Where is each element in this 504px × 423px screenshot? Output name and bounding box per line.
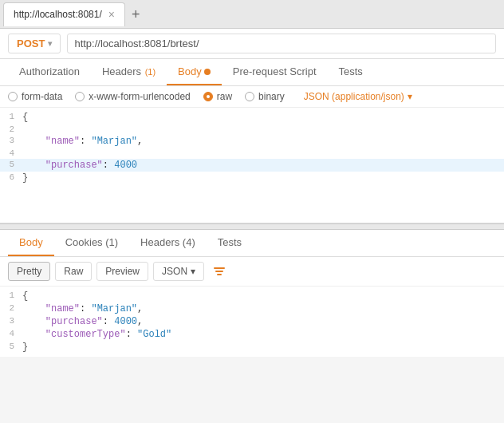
json-type-chevron-icon: ▾ [408,91,412,102]
request-tabs: Authorization Headers (1) Body Pre-reque… [0,59,504,86]
method-chevron-icon: ▾ [48,39,52,48]
tab-headers-label: Headers (1) [102,65,156,77]
browser-tab[interactable]: http://localhost:8081/ × [3,2,125,26]
resp-tab-tests-label: Tests [218,236,242,248]
url-input[interactable] [67,34,496,53]
filter-line-2 [215,271,223,272]
tab-pre-request-label: Pre-request Script [233,65,317,77]
radio-form-data [8,92,18,101]
filter-icon-graphic [214,267,225,275]
json-type-selector[interactable]: JSON (application/json) ▾ [304,91,412,102]
tab-body[interactable]: Body [167,59,222,85]
resp-tab-tests[interactable]: Tests [207,230,253,256]
code-line-5: 5 "purchase": 4000 [0,159,504,172]
response-format-label: JSON [162,266,187,277]
radio-raw [203,92,213,101]
radio-urlencoded [75,92,85,101]
tab-tests-label: Tests [339,65,363,77]
option-raw[interactable]: raw [203,91,232,102]
resp-tab-body-label: Body [19,236,43,248]
filter-line-1 [214,267,225,269]
code-line-3: 3 "name": "Marjan", [0,135,504,148]
option-binary[interactable]: binary [245,91,285,102]
resp-code-line-3: 3 "purchase": 4000, [0,315,504,328]
tab-headers[interactable]: Headers (1) [91,59,167,85]
tab-authorization-label: Authorization [19,65,80,77]
raw-button[interactable]: Raw [55,262,92,281]
method-button[interactable]: POST ▾ [8,34,61,53]
browser-tab-bar: http://localhost:8081/ × + [0,0,504,29]
code-line-1: 1 { [0,111,504,124]
body-options: form-data x-www-form-urlencoded raw bina… [0,86,504,108]
resp-tab-cookies-label: Cookies (1) [65,236,118,248]
resp-code-line-2: 2 "name": "Marjan", [0,302,504,315]
form-data-label: form-data [22,91,62,102]
request-code-editor[interactable]: 1 { 2 3 "name": "Marjan", 4 5 "purchase"… [0,108,504,223]
resp-tab-headers[interactable]: Headers (4) [129,230,207,256]
option-form-data[interactable]: form-data [8,91,62,102]
raw-label: raw [217,91,232,102]
tab-tests[interactable]: Tests [328,59,374,85]
code-line-6: 6 } [0,172,504,184]
response-toolbar: Pretty Raw Preview JSON ▾ [0,257,504,287]
pretty-button[interactable]: Pretty [8,262,50,281]
address-bar: POST ▾ [0,29,504,59]
section-divider [0,223,504,230]
resp-code-line-1: 1 { [0,290,504,302]
tab-body-label: Body [178,65,202,77]
body-active-dot [204,69,211,75]
code-line-2: 2 [0,124,504,135]
response-code-editor: 1 { 2 "name": "Marjan", 3 "purchase": 40… [0,287,504,357]
option-urlencoded[interactable]: x-www-form-urlencoded [75,91,190,102]
tab-close-icon[interactable]: × [108,8,115,21]
filter-line-3 [217,274,222,275]
resp-code-line-4: 4 "customerType": "Gold" [0,328,504,341]
response-format-chevron-icon: ▾ [191,266,195,277]
new-tab-button[interactable]: + [125,7,147,22]
preview-button[interactable]: Preview [96,262,148,281]
urlencoded-label: x-www-form-urlencoded [89,91,190,102]
response-tabs: Body Cookies (1) Headers (4) Tests [0,230,504,257]
resp-tab-body[interactable]: Body [8,230,54,256]
code-line-4: 4 [0,148,504,159]
method-label: POST [17,38,45,49]
tab-pre-request-script[interactable]: Pre-request Script [222,59,328,85]
tab-authorization[interactable]: Authorization [8,59,91,85]
resp-tab-headers-label: Headers (4) [140,236,195,248]
json-type-label: JSON (application/json) [304,91,404,102]
binary-label: binary [258,91,285,102]
resp-tab-cookies[interactable]: Cookies (1) [54,230,129,256]
radio-binary [245,92,254,101]
browser-tab-label: http://localhost:8081/ [14,9,102,20]
resp-code-line-5: 5 } [0,341,504,354]
filter-button[interactable] [209,264,230,279]
response-format-selector[interactable]: JSON ▾ [153,262,204,281]
